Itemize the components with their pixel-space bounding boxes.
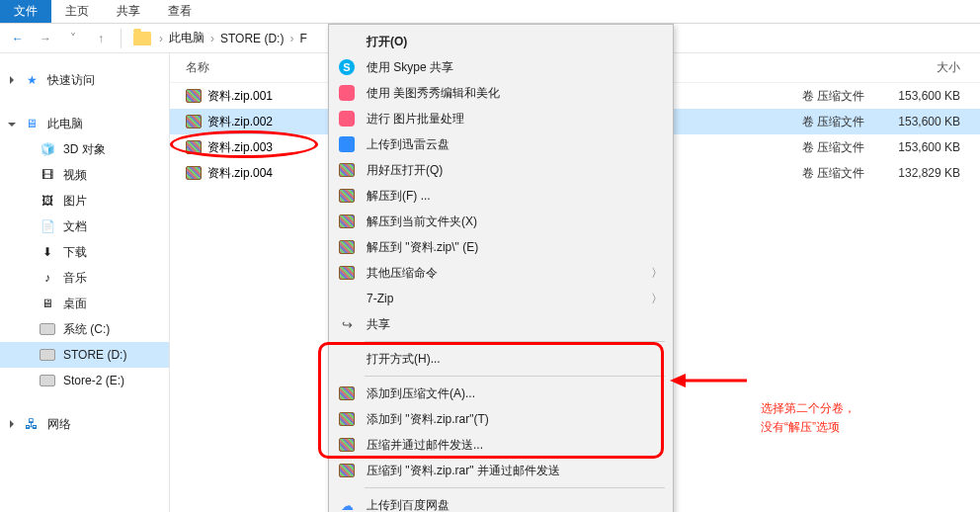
drive-icon	[40, 375, 55, 386]
file-type: 卷 压缩文件	[802, 114, 881, 130]
network-icon: 🖧	[24, 416, 40, 432]
menu-open[interactable]: 打开(O)	[329, 29, 673, 54]
menu-xunlei-upload[interactable]: 上传到迅雷云盘	[329, 131, 673, 157]
chevron-right-icon: ›	[159, 32, 163, 45]
sidebar-item[interactable]: Store-2 (E:)	[0, 368, 169, 393]
annotation-arrow-icon	[670, 366, 749, 395]
archive-icon	[186, 89, 202, 103]
folder-type-icon: 📄	[40, 218, 55, 234]
menu-extract-to[interactable]: 解压到(F) ...	[329, 183, 673, 209]
menu-label: 压缩到 "资料.zip.rar" 并通过邮件发送	[367, 463, 560, 479]
sidebar-item[interactable]: 🖥桌面	[0, 291, 169, 316]
sidebar-item[interactable]: 🖼图片	[0, 188, 169, 213]
menu-batch-image[interactable]: 进行 图片批量处理	[329, 106, 673, 131]
archive-icon	[186, 166, 202, 180]
menu-compress-rar-mail[interactable]: 压缩到 "资料.zip.rar" 并通过邮件发送	[329, 458, 673, 483]
breadcrumb-pc[interactable]: 此电脑	[167, 30, 206, 46]
folder-type-icon: 🧊	[40, 141, 55, 157]
sidebar-item[interactable]: STORE (D:)	[0, 342, 169, 368]
archive-icon	[339, 438, 355, 452]
sidebar-item-label: 3D 对象	[63, 141, 106, 158]
folder-type-icon: 🎞	[40, 167, 55, 183]
folder-type-icon: ⬇	[40, 244, 55, 260]
menu-label: 上传到迅雷云盘	[367, 136, 449, 153]
sidebar-item[interactable]: 📄文档	[0, 213, 169, 239]
menu-add-archive[interactable]: 添加到压缩文件(A)...	[329, 381, 673, 406]
menu-label: 使用 美图秀秀编辑和美化	[367, 85, 500, 102]
menu-compress-mail[interactable]: 压缩并通过邮件发送...	[329, 432, 673, 458]
menu-meitu-edit[interactable]: 使用 美图秀秀编辑和美化	[329, 80, 673, 106]
sidebar-item-label: 系统 (C:)	[63, 321, 110, 338]
sidebar-item[interactable]: ♪音乐	[0, 265, 169, 291]
meitu-icon	[339, 85, 355, 101]
menu-baidu-upload[interactable]: ☁上传到百度网盘	[329, 492, 673, 512]
menu-label: 共享	[367, 316, 390, 333]
menu-skype-share[interactable]: S使用 Skype 共享	[329, 54, 673, 80]
sidebar-item[interactable]: 🎞视频	[0, 162, 169, 188]
file-name: 资料.zip.003	[207, 139, 273, 156]
tab-share[interactable]: 共享	[103, 0, 154, 23]
menu-separator	[365, 376, 665, 377]
menu-open-with[interactable]: 打开方式(H)...	[329, 346, 673, 372]
xunlei-icon	[339, 136, 355, 152]
menu-extract-named[interactable]: 解压到 "资料.zip\" (E)	[329, 234, 673, 260]
sidebar-item-label: 文档	[63, 218, 87, 235]
sidebar-item-label: 下载	[63, 244, 87, 261]
nav-forward-icon[interactable]: →	[34, 27, 57, 50]
menu-label: 上传到百度网盘	[367, 497, 449, 513]
archive-icon	[339, 189, 355, 203]
chevron-right-icon: 〉	[651, 291, 663, 307]
sidebar-item[interactable]: 系统 (C:)	[0, 316, 169, 342]
breadcrumb-drive[interactable]: STORE (D:)	[218, 32, 286, 45]
nav-sidebar: ★ 快速访问 🖥 此电脑 🧊3D 对象🎞视频🖼图片📄文档⬇下载♪音乐🖥桌面系统 …	[0, 53, 170, 512]
nav-back-icon[interactable]: ←	[6, 27, 30, 50]
svg-marker-1	[670, 374, 686, 387]
file-type: 卷 压缩文件	[802, 139, 881, 156]
drive-icon	[40, 323, 55, 335]
pc-icon: 🖥	[24, 116, 40, 131]
nav-up-icon[interactable]: ↑	[89, 27, 113, 50]
archive-icon	[339, 464, 355, 477]
star-icon: ★	[24, 72, 40, 88]
tab-file[interactable]: 文件	[0, 0, 51, 23]
caret-icon	[10, 76, 14, 84]
menu-haoya-open[interactable]: 用好压打开(Q)	[329, 157, 673, 183]
menu-label: 添加到压缩文件(A)...	[367, 385, 475, 402]
sidebar-network[interactable]: 🖧 网络	[0, 411, 169, 437]
cloud-icon: ☁	[337, 495, 357, 512]
chevron-right-icon: 〉	[651, 265, 663, 282]
chevron-right-icon: ›	[210, 32, 214, 45]
file-name: 资料.zip.001	[207, 88, 273, 105]
sidebar-quick-access[interactable]: ★ 快速访问	[0, 67, 169, 93]
menu-separator	[365, 487, 665, 488]
annotation-text: 选择第二个分卷， 没有“解压”选项	[761, 399, 856, 437]
column-header-size[interactable]: 大小	[881, 59, 980, 76]
archive-icon	[339, 412, 355, 426]
menu-add-rar[interactable]: 添加到 "资料.zip.rar"(T)	[329, 406, 673, 432]
sidebar-this-pc[interactable]: 🖥 此电脑	[0, 111, 169, 136]
menu-label: 使用 Skype 共享	[367, 59, 453, 76]
archive-icon	[339, 240, 355, 254]
menu-7zip[interactable]: 7-Zip〉	[329, 286, 673, 311]
menu-share[interactable]: ↪共享	[329, 311, 673, 337]
sidebar-item[interactable]: 🧊3D 对象	[0, 136, 169, 162]
tab-view[interactable]: 查看	[154, 0, 205, 23]
tab-home[interactable]: 主页	[51, 0, 103, 23]
sidebar-item-label: 视频	[63, 167, 87, 184]
menu-extract-here[interactable]: 解压到当前文件夹(X)	[329, 209, 673, 234]
sidebar-item-label: STORE (D:)	[63, 348, 126, 362]
file-type: 卷 压缩文件	[802, 88, 881, 105]
archive-icon	[339, 386, 355, 400]
archive-icon	[186, 140, 202, 154]
breadcrumb-truncated: F	[297, 32, 308, 45]
menu-other-compress[interactable]: 其他压缩命令〉	[329, 260, 673, 286]
skype-icon: S	[339, 59, 355, 75]
menu-label: 用好压打开(Q)	[367, 162, 443, 179]
sidebar-item-label: 图片	[63, 193, 87, 210]
menu-separator	[365, 341, 665, 342]
sidebar-item[interactable]: ⬇下载	[0, 239, 169, 265]
menu-label: 打开方式(H)...	[367, 351, 441, 368]
nav-recent-icon[interactable]: ˅	[61, 27, 85, 50]
sidebar-item-label: 网络	[47, 416, 71, 433]
archive-icon	[339, 266, 355, 280]
